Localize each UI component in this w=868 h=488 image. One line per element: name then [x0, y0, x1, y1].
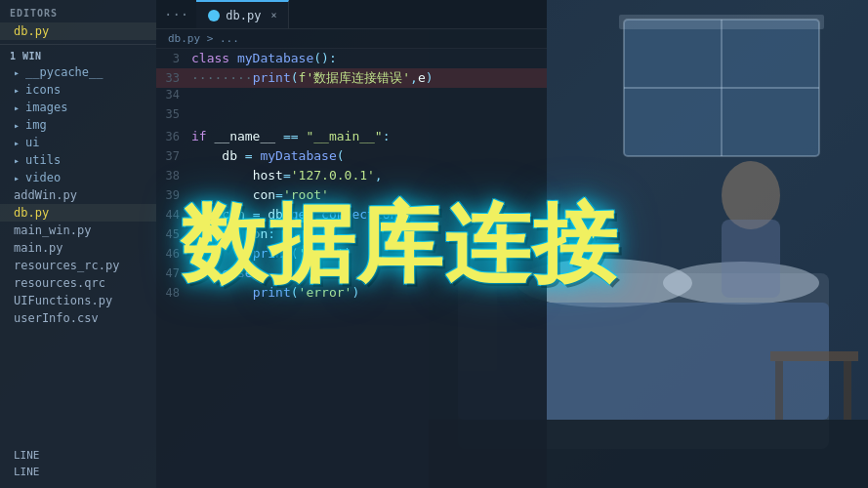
python-file-icon — [208, 10, 220, 21]
win-section-label: 1 WIN — [0, 44, 156, 63]
sidebar-file-mainwin[interactable]: main_win.py — [0, 222, 156, 239]
sidebar-folder-img[interactable]: img — [0, 116, 156, 134]
tab-bar: ··· db.py × — [156, 0, 547, 29]
code-line-35: 35 — [156, 107, 547, 127]
svg-rect-16 — [844, 361, 851, 420]
line-number-33: 33 — [164, 71, 191, 85]
editor-panel: ··· db.py × db.py > ... 3 class myDataba… — [156, 0, 547, 488]
code-content-39: con='root' — [191, 185, 329, 205]
sidebar-bottom: LINE LINE — [0, 447, 156, 488]
line-number-47: 47 — [164, 266, 191, 280]
sidebar-item-db-py-editors[interactable]: db.py — [0, 22, 156, 40]
line-number-35: 35 — [164, 107, 191, 121]
line-number-38: 38 — [164, 169, 191, 183]
code-line-44: 44 con = db.get_connection() — [156, 205, 547, 224]
ide-container: EDITORS db.py 1 WIN __pycache__ icons im… — [0, 0, 547, 488]
sidebar-folder-pycache[interactable]: __pycache__ — [0, 63, 156, 81]
sidebar-file-db-py[interactable]: db.py — [0, 204, 156, 222]
code-content-3: class myDatabase(): — [191, 49, 337, 68]
sidebar: EDITORS db.py 1 WIN __pycache__ icons im… — [0, 0, 156, 488]
code-line-38: 38 host='127.0.0.1', — [156, 166, 547, 185]
svg-rect-12 — [722, 220, 780, 298]
sidebar-folder-images[interactable]: images — [0, 99, 156, 116]
tab-db-py[interactable]: db.py × — [196, 0, 289, 28]
code-content-33: ········print(f'数据库连接错误',e) — [191, 68, 434, 88]
line-number-34: 34 — [164, 88, 191, 102]
svg-rect-15 — [775, 361, 783, 420]
svg-rect-5 — [619, 15, 824, 29]
line-number-39: 39 — [164, 188, 191, 202]
sidebar-folder-icons[interactable]: icons — [0, 81, 156, 99]
code-line-37: 37 db = myDatabase( — [156, 146, 547, 166]
sidebar-file-uifunctions[interactable]: UIFunctions.py — [0, 292, 156, 309]
sidebar-file-resources-qrc[interactable]: resources.qrc — [0, 274, 156, 292]
line-number-36: 36 — [164, 130, 191, 143]
line-number-46: 46 — [164, 247, 191, 261]
svg-point-11 — [722, 161, 780, 229]
line-number-3: 3 — [164, 52, 191, 65]
code-content-45: if con: — [191, 224, 275, 244]
code-content-37: db = myDatabase( — [191, 146, 345, 166]
code-line-46: 46 print('succ') — [156, 244, 547, 264]
sidebar-folder-ui[interactable]: ui — [0, 134, 156, 151]
sidebar-folder-utils[interactable]: utils — [0, 151, 156, 169]
code-content-36: if __name__ == "__main__": — [191, 127, 391, 146]
code-line-47: 47 else: — [156, 264, 547, 283]
sidebar-file-main[interactable]: main.py — [0, 239, 156, 257]
code-content-46: print('succ') — [191, 244, 351, 264]
editors-section-label: EDITORS — [0, 0, 156, 22]
code-content-38: host='127.0.0.1', — [191, 166, 383, 185]
svg-rect-14 — [770, 351, 858, 361]
code-line-33: 33 ········print(f'数据库连接错误',e) — [156, 68, 547, 88]
code-line-34: 34 — [156, 88, 547, 107]
line-number-48: 48 — [164, 286, 191, 300]
code-line-3: 3 class myDatabase(): — [156, 49, 547, 68]
line-number-44: 44 — [164, 208, 191, 222]
sidebar-file-resources-rc[interactable]: resources_rc.py — [0, 257, 156, 274]
code-content-48: print('error') — [191, 283, 359, 303]
code-line-39: 39 con='root' — [156, 185, 547, 205]
code-line-48: 48 print('error') — [156, 283, 547, 303]
bottom-line-2: LINE — [0, 464, 156, 480]
code-content-47: else: — [191, 264, 260, 283]
tab-overflow-dots[interactable]: ··· — [156, 7, 196, 22]
sidebar-file-userinfo[interactable]: userInfo.csv — [0, 309, 156, 327]
breadcrumb: db.py > ... — [156, 29, 547, 49]
sidebar-file-addwin[interactable]: addWin.py — [0, 186, 156, 204]
code-line-36: 36 if __name__ == "__main__": — [156, 127, 547, 146]
line-number-45: 45 — [164, 227, 191, 241]
line-number-37: 37 — [164, 149, 191, 163]
code-editor[interactable]: 3 class myDatabase(): 33 ········print(f… — [156, 49, 547, 488]
code-line-45: 45 if con: — [156, 224, 547, 244]
tab-close-button[interactable]: × — [270, 10, 276, 20]
code-content-44: con = db.get_connection() — [191, 205, 413, 224]
sidebar-folder-video[interactable]: video — [0, 169, 156, 186]
tab-filename: db.py — [226, 9, 261, 22]
bottom-line-1: LINE — [0, 447, 156, 464]
